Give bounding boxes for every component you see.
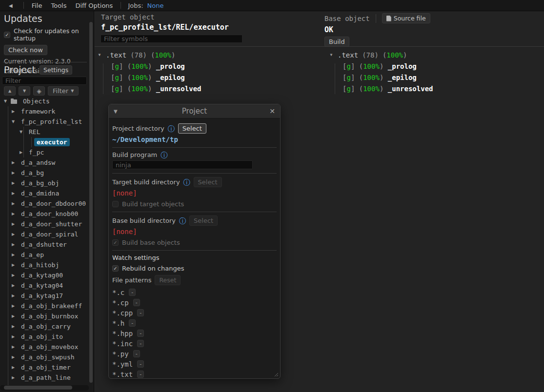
- collapse-icon[interactable]: ▼: [329, 53, 334, 57]
- menu-file[interactable]: File: [31, 2, 43, 9]
- build-program-input[interactable]: ninja: [112, 160, 253, 169]
- section-header[interactable]: ▼.text(78)(100%): [97, 49, 201, 60]
- menu-diff-options[interactable]: Diff Options: [75, 2, 114, 9]
- remove-pattern-button[interactable]: -: [133, 299, 140, 306]
- tree-item-d_a_path_line[interactable]: ▶d_a_path_line: [0, 372, 89, 383]
- remove-pattern-button[interactable]: -: [129, 319, 136, 327]
- expand-icon[interactable]: ▶: [11, 324, 16, 329]
- back-icon[interactable]: ◀: [5, 3, 17, 8]
- tree-item-Objects[interactable]: ▼Objects: [0, 96, 89, 106]
- sidebar-horizontal-scrollbar[interactable]: [0, 385, 89, 391]
- info-icon[interactable]: ⓘ: [179, 217, 186, 224]
- section-header[interactable]: ▼.text(78)(100%): [329, 49, 433, 60]
- tree-item-d_a_obj_timer[interactable]: ▶d_a_obj_timer: [0, 362, 89, 372]
- tree-item-d_a_bg_obj[interactable]: ▶d_a_bg_obj: [0, 178, 89, 188]
- expand-icon[interactable]: ▶: [11, 212, 16, 216]
- expand-down-button[interactable]: ▼: [19, 86, 30, 96]
- checkbox-checked-icon[interactable]: ✓: [112, 265, 119, 272]
- expand-icon[interactable]: ▶: [11, 191, 16, 196]
- tree-item-d_a_door_knob00[interactable]: ▶d_a_door_knob00: [0, 209, 89, 219]
- symbol-row[interactable]: [g] (100%) _prolog: [329, 60, 433, 72]
- tree-item-d_a_door_dbdoor00[interactable]: ▶d_a_door_dbdoor00: [0, 198, 89, 209]
- scrollbar-thumb[interactable]: [4, 386, 72, 390]
- expand-icon[interactable]: ▶: [11, 263, 16, 267]
- collapse-icon[interactable]: ▼: [3, 99, 8, 103]
- tree-item-d_a_obj_brakeeff[interactable]: ▶d_a_obj_brakeeff: [0, 301, 89, 311]
- info-icon[interactable]: ⓘ: [161, 152, 167, 158]
- project-directory-select-button[interactable]: Select: [178, 123, 206, 134]
- check-now-button[interactable]: Check now: [4, 45, 47, 55]
- expand-icon[interactable]: ▶: [11, 365, 16, 370]
- tree-item-d_a_door_shutter[interactable]: ▶d_a_door_shutter: [0, 219, 89, 229]
- close-icon[interactable]: ✕: [268, 107, 275, 115]
- expand-icon[interactable]: ▶: [11, 314, 16, 318]
- info-icon[interactable]: ⓘ: [168, 125, 175, 132]
- dialog-titlebar[interactable]: ▼ Project ✕: [109, 104, 280, 118]
- expand-icon[interactable]: ▶: [11, 253, 16, 257]
- expand-icon[interactable]: ▶: [11, 355, 16, 359]
- source-file-button[interactable]: Source file: [382, 13, 430, 23]
- symbol-row[interactable]: [g] (100%) _epilog: [97, 72, 201, 83]
- tree-item-d_a_dshutter[interactable]: ▶d_a_dshutter: [0, 239, 89, 250]
- symbol-filter-input[interactable]: Filter symbols: [101, 35, 242, 43]
- expand-icon[interactable]: ▶: [11, 304, 16, 308]
- tree-item-d_a_dmidna[interactable]: ▶d_a_dmidna: [0, 188, 89, 198]
- expand-icon[interactable]: ▶: [11, 375, 16, 380]
- tree-item-d_a_obj_burnbox[interactable]: ▶d_a_obj_burnbox: [0, 311, 89, 321]
- symbol-row[interactable]: [g] (100%) _prolog: [97, 60, 201, 72]
- info-icon[interactable]: ⓘ: [183, 179, 190, 186]
- expand-icon[interactable]: ▶: [11, 294, 16, 298]
- remove-pattern-button[interactable]: -: [137, 309, 144, 316]
- resize-handle-icon[interactable]: [274, 372, 279, 377]
- menu-tools[interactable]: Tools: [50, 2, 67, 9]
- jobs-none-link[interactable]: None: [147, 2, 164, 9]
- build-button[interactable]: Build: [324, 37, 349, 47]
- collapse-icon[interactable]: ▼: [11, 119, 16, 124]
- expand-icon[interactable]: ▶: [11, 283, 16, 288]
- tree-item-d_a_kytag04[interactable]: ▶d_a_kytag04: [0, 280, 89, 291]
- tree-item-d_a_obj_ito[interactable]: ▶d_a_obj_ito: [0, 332, 89, 342]
- tree-item-d_a_obj_movebox[interactable]: ▶d_a_obj_movebox: [0, 342, 89, 352]
- expand-icon[interactable]: ▶: [11, 201, 16, 206]
- tree-item-f_pc_profile_lst[interactable]: ▼f_pc_profile_lst: [0, 117, 89, 127]
- remove-pattern-button[interactable]: -: [137, 371, 144, 378]
- remove-pattern-button[interactable]: -: [137, 340, 144, 347]
- tree-item-REL[interactable]: ▼REL: [0, 127, 89, 137]
- expand-icon[interactable]: ▶: [11, 232, 16, 236]
- symbol-row[interactable]: [g] (100%) _unresolved: [97, 83, 201, 94]
- tree-item-executor[interactable]: executor: [0, 137, 89, 147]
- tree-item-d_a_kytag00[interactable]: ▶d_a_kytag00: [0, 270, 89, 280]
- collapse-up-button[interactable]: ▲: [4, 86, 16, 96]
- updates-startup-row[interactable]: ✓ Check for updates on startup: [4, 27, 88, 42]
- tree-item-d_a_kytag17[interactable]: ▶d_a_kytag17: [0, 291, 89, 301]
- collapse-icon[interactable]: ▼: [19, 130, 23, 134]
- expand-icon[interactable]: ▶: [11, 273, 16, 277]
- symbol-row[interactable]: [g] (100%) _unresolved: [329, 83, 433, 94]
- expand-icon[interactable]: ▶: [11, 181, 16, 185]
- expand-icon[interactable]: ▶: [11, 109, 16, 114]
- tree-item-framework[interactable]: ▶framework: [0, 106, 89, 117]
- project-filter-input[interactable]: Filter: [2, 77, 87, 85]
- expand-icon[interactable]: ▶: [19, 150, 23, 155]
- tree-item-d_a_bg[interactable]: ▶d_a_bg: [0, 168, 89, 178]
- dialog-collapse-icon[interactable]: ▼: [114, 109, 121, 114]
- sidebar-vertical-scrollbar[interactable]: [89, 22, 93, 383]
- remove-pattern-button[interactable]: -: [137, 360, 144, 368]
- tree-item-d_a_ep[interactable]: ▶d_a_ep: [0, 250, 89, 260]
- checkbox-checked-icon[interactable]: ✓: [4, 32, 10, 38]
- remove-pattern-button[interactable]: -: [129, 289, 136, 296]
- settings-button[interactable]: Settings: [40, 65, 72, 75]
- tree-item-d_a_andsw[interactable]: ▶d_a_andsw: [0, 157, 89, 168]
- tree-item-f_pc[interactable]: ▶f_pc: [0, 147, 89, 157]
- tree-item-d_a_door_spiral[interactable]: ▶d_a_door_spiral: [0, 229, 89, 239]
- locate-button[interactable]: ◈: [33, 86, 45, 96]
- expand-icon[interactable]: ▶: [11, 334, 16, 339]
- symbol-row[interactable]: [g] (100%) _epilog: [329, 72, 433, 83]
- expand-icon[interactable]: ▶: [11, 242, 16, 247]
- tree-item-d_a_hitobj[interactable]: ▶d_a_hitobj: [0, 260, 89, 270]
- expand-icon[interactable]: ▶: [11, 160, 16, 165]
- expand-icon[interactable]: ▶: [11, 345, 16, 349]
- remove-pattern-button[interactable]: -: [133, 350, 140, 357]
- filter-dropdown-button[interactable]: Filter ▼: [48, 86, 79, 96]
- remove-pattern-button[interactable]: -: [137, 330, 144, 337]
